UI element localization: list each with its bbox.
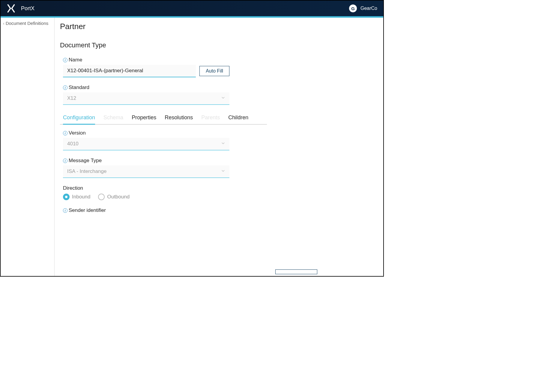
main-content: Partner Document Type i Name Auto Fill i… <box>55 18 383 276</box>
field-message-type: i Message Type ISA - Interchange <box>60 158 229 178</box>
header-left: PortX <box>7 4 34 13</box>
tab-parents: Parents <box>201 113 220 125</box>
version-value: 4010 <box>67 141 79 147</box>
field-version: i Version 4010 <box>60 130 229 150</box>
avatar[interactable]: G <box>349 4 357 12</box>
field-direction: Direction Inbound Outbound <box>60 185 229 200</box>
info-icon[interactable]: i <box>63 131 67 135</box>
version-select[interactable]: 4010 <box>63 138 229 150</box>
radio-inbound-label: Inbound <box>72 194 90 200</box>
message-type-value: ISA - Interchange <box>67 168 106 174</box>
app-logo-icon <box>7 4 16 13</box>
field-name: i Name Auto Fill <box>60 57 229 77</box>
sender-identifier-label: Sender identifier <box>69 207 106 213</box>
chevron-down-icon <box>221 95 225 101</box>
header-right[interactable]: G GearCo <box>349 4 377 12</box>
standard-select[interactable]: X12 <box>63 92 229 105</box>
tab-schema: Schema <box>103 113 123 125</box>
org-name: GearCo <box>360 6 377 11</box>
info-icon[interactable]: i <box>63 208 67 213</box>
info-icon[interactable]: i <box>63 85 67 90</box>
app-header: PortX G GearCo <box>1 1 383 16</box>
message-type-select[interactable]: ISA - Interchange <box>63 165 229 178</box>
name-input[interactable] <box>63 65 196 77</box>
field-sender-identifier: i Sender identifier <box>60 207 229 213</box>
radio-inbound[interactable]: Inbound <box>63 194 90 200</box>
page-title: Partner <box>60 22 374 31</box>
app-name: PortX <box>21 5 34 12</box>
radio-outbound-label: Outbound <box>107 194 130 200</box>
sidebar: ‹ Document Definitions <box>1 18 55 276</box>
info-icon[interactable]: i <box>63 159 67 163</box>
chevron-down-icon <box>221 168 225 174</box>
chevron-left-icon: ‹ <box>3 21 4 26</box>
tabs: Configuration Schema Properties Resoluti… <box>60 112 267 125</box>
standard-value: X12 <box>67 95 76 101</box>
auto-fill-button[interactable]: Auto Fill <box>199 66 229 76</box>
tab-properties[interactable]: Properties <box>132 113 156 125</box>
chevron-down-icon <box>221 141 225 147</box>
radio-outbound[interactable]: Outbound <box>98 194 130 200</box>
direction-label: Direction <box>63 185 229 191</box>
back-link-label: Document Definitions <box>6 21 49 26</box>
message-type-label: Message Type <box>69 158 102 164</box>
tab-configuration[interactable]: Configuration <box>63 113 95 125</box>
tab-children[interactable]: Children <box>228 113 248 125</box>
section-title: Document Type <box>60 41 374 49</box>
radio-circle-icon <box>98 194 105 200</box>
radio-circle-icon <box>63 194 70 200</box>
back-link-document-definitions[interactable]: ‹ Document Definitions <box>3 21 54 26</box>
field-standard: i Standard X12 <box>60 85 229 105</box>
name-label: Name <box>69 57 82 63</box>
tab-resolutions[interactable]: Resolutions <box>165 113 193 125</box>
info-icon[interactable]: i <box>63 58 67 62</box>
partial-button[interactable] <box>275 269 317 274</box>
standard-label: Standard <box>69 85 89 91</box>
version-label: Version <box>69 130 86 136</box>
